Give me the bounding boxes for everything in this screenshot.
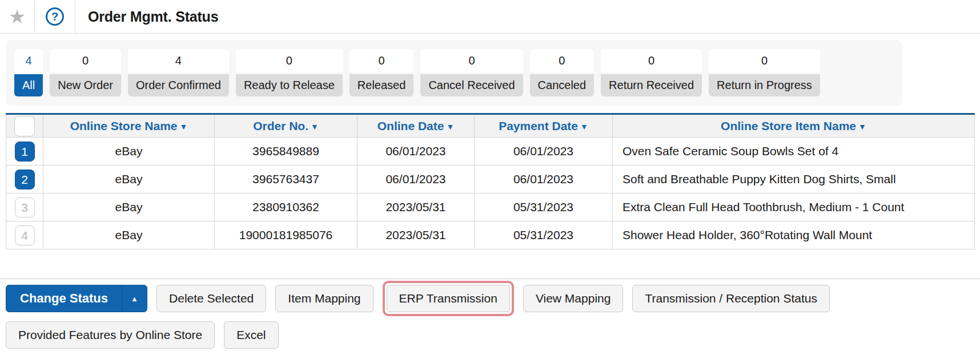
tab-count: 0 — [236, 49, 343, 72]
provided-features-button[interactable]: Provided Features by Online Store — [6, 321, 215, 349]
cell-store: eBay — [43, 166, 215, 193]
orders-table: Online Store Name▼ Order No.▼ Online Dat… — [6, 113, 975, 249]
item-mapping-button[interactable]: Item Mapping — [275, 285, 373, 312]
status-tab-new-order[interactable]: 0 New Order — [50, 49, 121, 96]
help-icon[interactable]: ? — [46, 7, 64, 26]
tab-label: Return Received — [601, 74, 702, 96]
row-select-cell: 3 — [6, 193, 43, 221]
select-all-header-cell — [6, 114, 43, 138]
table-row[interactable]: 4 eBay 19000181985076 2023/05/31 05/31/2… — [6, 221, 975, 249]
page-title: Order Mgmt. Status — [75, 0, 218, 33]
tab-count: 0 — [50, 49, 121, 72]
table-row[interactable]: 3 eBay 2380910362 2023/05/31 05/31/2023 … — [6, 193, 975, 221]
row-select-badge[interactable]: 1 — [15, 142, 35, 162]
status-tab-bar: 4 All 0 New Order 4 Order Confirmed 0 Re… — [6, 40, 902, 106]
cell-order-no: 3965763437 — [215, 166, 358, 193]
cell-payment-date: 05/31/2023 — [475, 221, 613, 249]
cell-store: eBay — [43, 138, 215, 166]
row-select-badge[interactable]: 3 — [15, 197, 35, 217]
cell-store: eBay — [43, 193, 215, 221]
cell-item-name: Soft and Breathable Puppy Kitten Dog Shi… — [613, 166, 975, 193]
favorite-star-icon[interactable]: ★ — [9, 7, 26, 26]
col-header-order-no[interactable]: Order No.▼ — [215, 114, 358, 138]
transmission-reception-status-button[interactable]: Transmission / Reception Status — [632, 285, 830, 312]
select-all-checkbox[interactable] — [14, 116, 35, 136]
erp-transmission-highlight-ring: ERP Transmission — [383, 281, 514, 316]
favorite-cell: ★ — [0, 0, 34, 33]
action-bar-secondary: Provided Features by Online Store Excel — [6, 321, 980, 349]
status-tab-all[interactable]: 4 All — [14, 49, 43, 96]
status-tab-released[interactable]: 0 Released — [350, 49, 414, 96]
cell-item-name: Extra Clean Full Head Toothbrush, Medium… — [613, 193, 975, 221]
tab-label: Ready to Release — [236, 74, 343, 96]
status-tab-ready-to-release[interactable]: 0 Ready to Release — [236, 49, 343, 96]
sort-arrow-icon: ▼ — [580, 122, 588, 131]
row-select-cell: 4 — [6, 221, 43, 249]
cell-item-name: Shower Head Holder, 360°Rotating Wall Mo… — [613, 221, 975, 249]
chevron-up-icon[interactable]: ▲ — [122, 285, 147, 312]
col-header-online-store-item-name[interactable]: Online Store Item Name▼ — [613, 114, 975, 138]
excel-button[interactable]: Excel — [224, 321, 278, 349]
sort-arrow-icon: ▼ — [858, 122, 866, 131]
col-label: Order No. — [253, 119, 308, 132]
sort-arrow-icon: ▼ — [311, 122, 319, 131]
cell-order-no: 2380910362 — [215, 193, 358, 221]
sort-arrow-icon: ▼ — [180, 122, 188, 131]
col-header-online-store-name[interactable]: Online Store Name▼ — [43, 114, 215, 138]
tab-label: Canceled — [530, 74, 595, 96]
tab-count: 0 — [709, 49, 820, 72]
status-tab-order-confirmed[interactable]: 4 Order Confirmed — [128, 49, 229, 96]
cell-online-date: 06/01/2023 — [358, 138, 475, 166]
cell-store: eBay — [43, 221, 215, 249]
row-select-badge[interactable]: 4 — [15, 225, 35, 245]
cell-online-date: 2023/05/31 — [358, 221, 475, 249]
delete-selected-button[interactable]: Delete Selected — [156, 285, 266, 312]
tab-count: 0 — [420, 49, 523, 72]
col-label: Online Date — [377, 119, 444, 132]
change-status-button[interactable]: Change Status ▲ — [6, 285, 147, 312]
cell-payment-date: 05/31/2023 — [475, 193, 613, 221]
cell-item-name: Oven Safe Ceramic Soup Bowls Set of 4 — [613, 138, 975, 166]
cell-payment-date: 06/01/2023 — [475, 166, 613, 193]
row-select-badge[interactable]: 2 — [15, 170, 35, 189]
help-cell: ? — [35, 0, 75, 33]
col-label: Payment Date — [499, 119, 578, 132]
col-label: Online Store Item Name — [721, 119, 856, 132]
tab-count: 4 — [14, 49, 43, 72]
tab-count: 4 — [128, 49, 229, 72]
cell-order-no: 3965849889 — [215, 138, 358, 166]
sort-arrow-icon: ▼ — [446, 122, 454, 131]
status-tab-cancel-received[interactable]: 0 Cancel Received — [420, 49, 523, 96]
tab-count: 0 — [350, 49, 414, 72]
col-header-payment-date[interactable]: Payment Date▼ — [475, 114, 613, 138]
cell-order-no: 19000181985076 — [215, 221, 358, 249]
row-select-cell: 2 — [6, 166, 43, 193]
tab-label: Cancel Received — [420, 74, 523, 96]
tab-label: Order Confirmed — [128, 74, 229, 96]
tab-label: New Order — [50, 74, 121, 96]
col-label: Online Store Name — [70, 119, 178, 132]
tab-label: Released — [350, 74, 414, 96]
view-mapping-button[interactable]: View Mapping — [523, 285, 624, 312]
tab-label: All — [14, 74, 43, 96]
cell-payment-date: 06/01/2023 — [475, 138, 613, 166]
status-tab-return-received[interactable]: 0 Return Received — [601, 49, 702, 96]
tab-count: 0 — [530, 49, 595, 72]
change-status-label: Change Status — [6, 285, 122, 312]
action-bar-primary: Change Status ▲ Delete Selected Item Map… — [6, 285, 980, 312]
tab-label: Return in Progress — [709, 74, 820, 96]
cell-online-date: 06/01/2023 — [358, 166, 475, 193]
divider — [0, 279, 980, 279]
table-row[interactable]: 1 eBay 3965849889 06/01/2023 06/01/2023 … — [6, 138, 975, 166]
tab-count: 0 — [601, 49, 702, 72]
table-row[interactable]: 2 eBay 3965763437 06/01/2023 06/01/2023 … — [6, 166, 975, 193]
top-bar: ★ ? Order Mgmt. Status — [0, 0, 980, 34]
row-select-cell: 1 — [6, 138, 43, 166]
col-header-online-date[interactable]: Online Date▼ — [358, 114, 475, 138]
status-tab-canceled[interactable]: 0 Canceled — [530, 49, 595, 96]
erp-transmission-button[interactable]: ERP Transmission — [387, 285, 510, 312]
status-tab-return-in-progress[interactable]: 0 Return in Progress — [709, 49, 820, 96]
table-header-row: Online Store Name▼ Order No.▼ Online Dat… — [6, 114, 975, 138]
cell-online-date: 2023/05/31 — [358, 193, 475, 221]
